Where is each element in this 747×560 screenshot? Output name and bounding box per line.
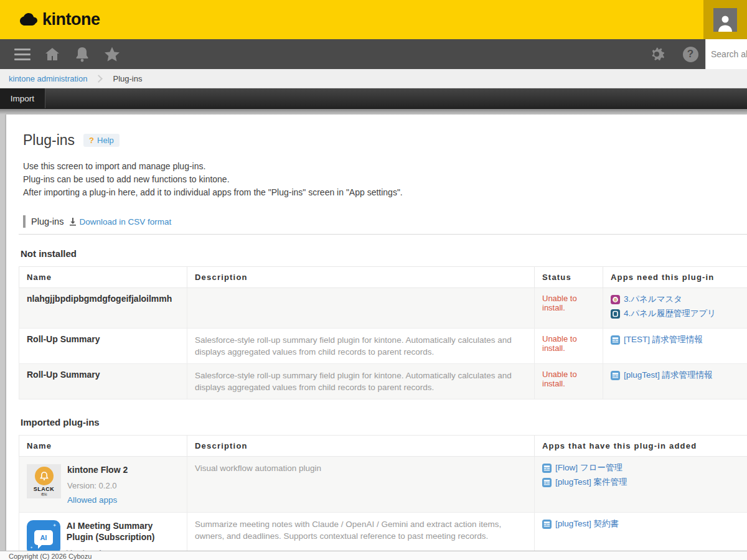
table-app-icon [542,464,552,473]
chevron-right-icon [95,75,103,83]
navbar: ? [0,39,747,69]
settings-button[interactable] [642,39,672,69]
app-link[interactable]: [plugTest] 請求管理情報 [611,370,740,381]
table-row: Roll-Up Summary Salesforce-style roll-up… [19,364,747,399]
ai-bubble-icon: AI [34,530,53,545]
table-app-icon [611,335,620,345]
star-icon [103,46,121,62]
download-csv-label: Download in CSV format [79,217,171,226]
column-header-description: Description [187,267,535,288]
help-button[interactable]: ? [675,39,705,69]
hamburger-icon [14,49,31,60]
menu-button[interactable] [7,39,37,69]
plugin-description: Summarize meeting notes with Claude / Op… [195,520,501,541]
page-title: Plug-ins [23,132,75,149]
app-link[interactable]: [plugTest] 契約書 [542,518,740,530]
plugin-name: Roll-Up Summary [27,370,100,380]
app-link[interactable]: [TEST] 請求管理情報 [611,334,740,345]
column-header-name: Name [19,267,187,288]
notifications-button[interactable] [67,39,97,69]
question-icon: ? [89,136,94,145]
plugin-status: Unable to install. [542,294,577,312]
plugin-status: Unable to install. [542,334,577,353]
intro-line: Use this screen to import and manage plu… [23,160,747,173]
breadcrumb-current: Plug-ins [113,74,142,83]
table-row: Roll-Up Summary Salesforce-style roll-up… [19,329,747,364]
column-header-status: Status [535,267,603,288]
app-link[interactable]: [Flow] フロー管理 [542,462,740,474]
breadcrumb-link-admin[interactable]: kintone administration [9,74,87,83]
column-header-name: Name [19,436,187,457]
section-label: Plug-ins [31,217,63,226]
bell-icon [35,467,54,485]
favorites-button[interactable] [97,39,127,69]
not-installed-table: Name Description Status Apps need this p… [19,266,747,399]
app-link[interactable]: [plugTest] 案件管理 [542,477,740,488]
navbar-right: ? [642,39,705,69]
panel-shadow [0,109,747,114]
question-icon: ? [683,47,698,62]
table-header-row: Name Description Apps that have this plu… [19,436,747,457]
person-app-icon [611,295,620,304]
help-label: Help [97,136,114,145]
app-link-label: [Flow] フロー管理 [555,462,622,474]
plugin-description: Salesforce-style roll-up summary field p… [195,335,512,357]
user-menu-button[interactable] [703,0,747,39]
plugin-version: Version: 0.2.0 [67,481,128,490]
logo-text: kintone [42,10,100,29]
kintone-logo[interactable]: kintone [19,10,100,29]
app-link[interactable]: 3.パネルマスタ [611,294,740,305]
app-link-label: [plugTest] 案件管理 [555,477,627,488]
tab-import[interactable]: Import [0,88,45,108]
app-link-label: 4.パネル履歴管理アプリ [624,308,716,319]
breadcrumb: kintone administration Plug-ins [0,69,747,88]
allowed-apps-link[interactable]: Allowed apps [67,495,128,505]
table-row: AI AI Meeting Summary Plugin (Subscripti… [19,513,747,551]
plugin-status: Unable to install. [542,370,577,388]
home-button[interactable] [37,39,67,69]
not-installed-heading: Not installed [21,248,747,259]
plugins-section-header: Plug-ins Download in CSV format [19,215,747,235]
intro-line: Plug-ins can be used to add new function… [23,173,747,186]
main-panel: Plug-ins ? Help Use this screen to impor… [6,114,747,551]
app-link-label: [TEST] 請求管理情報 [624,334,703,345]
imported-heading: Imported plug-ins [21,417,747,427]
plugin-name: Roll-Up Summary [27,334,100,344]
app-link-label: [plugTest] 請求管理情報 [624,370,713,381]
gear-icon [649,47,664,62]
topbar: kintone [0,0,747,39]
plugin-icon-text: SLACK [34,486,55,492]
search-box [705,39,747,69]
cloud-icon [19,12,40,28]
column-header-apps: Apps that have this plug-in added [535,436,747,457]
plugin-icon-slack: SLACK 通知 [27,464,61,498]
plugin-icon-subtext: 通知 [41,492,47,496]
plugin-name: kintone Flow 2 [67,464,128,475]
panel-app-icon [611,309,620,319]
bell-icon [75,46,90,62]
table-app-icon [611,371,620,380]
footer-copyright: Copyright (C) 2026 Cybozu [0,551,747,560]
section-bar [23,215,26,228]
table-row: nlahgjjbpdipbgmdgfogeifjaloilmmh Unable … [19,288,747,329]
plugin-version: Version: 1 [67,548,179,551]
download-csv-link[interactable]: Download in CSV format [69,217,171,226]
download-icon [69,218,77,226]
imported-table: Name Description Apps that have this plu… [19,435,747,551]
plugin-description: Salesforce-style roll-up summary field p… [195,371,512,392]
app-link-label: [plugTest] 契約書 [555,518,619,530]
intro-text: Use this screen to import and manage plu… [23,160,747,199]
avatar-icon [713,8,737,32]
table-header-row: Name Description Status Apps need this p… [19,267,747,288]
column-header-description: Description [187,436,535,457]
app-link[interactable]: 4.パネル履歴管理アプリ [611,308,740,319]
table-app-icon [542,520,552,529]
search-input[interactable] [706,49,747,59]
column-header-apps: Apps need this plug-in [603,267,747,288]
plugin-icon-ai: AI [27,520,60,551]
plugin-description: Visual workflow automation plugin [195,464,321,473]
plugin-name: AI Meeting Summary Plugin (Subscription) [67,520,179,543]
help-badge[interactable]: ? Help [83,134,120,147]
plugin-name: nlahgjjbpdipbgmdgfogeifjaloilmmh [27,294,172,304]
table-app-icon [542,478,552,487]
